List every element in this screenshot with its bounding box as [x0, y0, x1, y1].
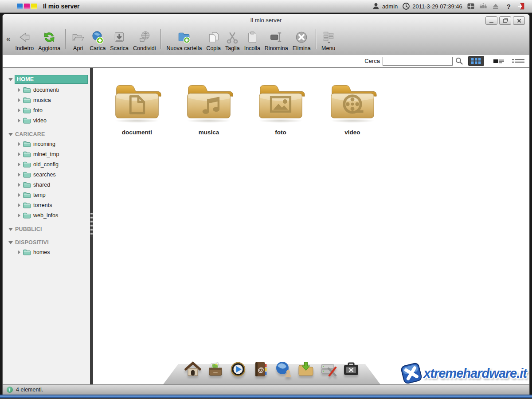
delete-icon [294, 30, 309, 44]
sidebar-item-home[interactable]: HOME [3, 74, 90, 85]
sidebar-item-foto[interactable]: foto [16, 105, 90, 115]
photos-icon[interactable] [207, 360, 224, 378]
folder-icon [23, 107, 31, 113]
datetime: 2011-3-29 07:39:46 [412, 3, 462, 10]
chevron-down-icon[interactable] [8, 133, 13, 136]
paste-button[interactable]: Incolla [242, 30, 262, 51]
sidebar-item-documenti[interactable]: documenti [16, 85, 90, 95]
folder-icon [23, 192, 31, 198]
chevron-right-icon[interactable] [18, 213, 20, 218]
logout-icon[interactable] [518, 2, 526, 10]
cut-button[interactable]: Taglia [223, 30, 242, 51]
sidebar-item-web-infos[interactable]: web_infos [16, 210, 90, 220]
refresh-icon [42, 30, 56, 44]
chevron-right-icon[interactable] [18, 193, 20, 197]
folder-reflection [115, 119, 159, 123]
thumbnail-view-icon [470, 57, 482, 65]
sidebar-item-homes[interactable]: homes [16, 247, 90, 257]
share-icon [137, 30, 152, 44]
open-button[interactable]: Apri [69, 30, 87, 51]
sidebar-item-old-config[interactable]: old_config [16, 159, 90, 169]
desktop-bottom-edge [0, 395, 532, 399]
logo-square-magenta [24, 4, 30, 9]
detail-view-button[interactable] [512, 58, 525, 64]
folder-tile-video[interactable]: video [317, 79, 388, 136]
sidebar-item-searches[interactable]: searches [16, 169, 90, 180]
watermark: xtremehardware.it [401, 363, 527, 383]
chevron-right-icon[interactable] [18, 88, 20, 92]
folder-tile-foto[interactable]: foto [245, 79, 317, 136]
chevron-right-icon[interactable] [18, 98, 20, 102]
chevron-right-icon[interactable] [18, 203, 20, 207]
sidebar-item-video[interactable]: video [16, 115, 90, 125]
share-button[interactable]: Condividi [131, 30, 158, 51]
sidebar-item-incoming[interactable]: incoming [16, 139, 90, 149]
new-folder-button[interactable]: Nuova cartella [164, 30, 204, 51]
collapse-toolbar-icon[interactable]: « [4, 35, 13, 43]
upload-button[interactable]: Carica [87, 30, 108, 51]
chevron-right-icon[interactable] [18, 162, 20, 167]
chevron-down-icon[interactable] [8, 228, 13, 231]
sidebar-splitter[interactable] [90, 68, 93, 384]
sidebar-item-shared[interactable]: shared [16, 180, 90, 190]
toolbox-icon[interactable] [342, 360, 360, 378]
sidebar-item-pubblici[interactable]: PUBBLICI [3, 225, 90, 234]
help-icon[interactable]: ? [504, 3, 513, 10]
tree-section-pubblici: PUBBLICI [3, 225, 90, 234]
chevron-right-icon[interactable] [18, 183, 20, 187]
thumbnail-view-button[interactable] [468, 56, 484, 66]
splitter-grip-icon[interactable] [90, 213, 93, 236]
search-icon[interactable] [455, 57, 463, 65]
refresh-button[interactable]: Aggiorna [36, 30, 63, 51]
menu-button[interactable]: Menu [319, 30, 338, 51]
paste-icon [245, 30, 259, 44]
list-view-button[interactable] [493, 58, 505, 64]
chevron-right-icon[interactable] [18, 142, 20, 146]
open-folder-icon [71, 30, 85, 44]
sidebar-item-mlnet-tmp[interactable]: mlnet_tmp [16, 149, 90, 159]
folder-tile-musica[interactable]: musica [173, 79, 245, 136]
back-button[interactable]: Indietro [13, 30, 36, 51]
media-player-icon[interactable] [229, 360, 247, 378]
window-titlebar[interactable]: Il mio server [3, 14, 529, 26]
upload-icon [90, 30, 105, 44]
downloads-icon[interactable] [297, 360, 315, 378]
window-manager-icon[interactable] [467, 2, 475, 10]
eject-icon[interactable] [492, 2, 500, 10]
logo-square-blue [17, 4, 23, 9]
chevron-right-icon[interactable] [18, 250, 20, 254]
address-book-icon[interactable]: @ [252, 360, 270, 378]
delete-button[interactable]: Elimina [290, 30, 313, 51]
sidebar-item-caricare[interactable]: CARICARE [3, 130, 90, 139]
rename-button[interactable]: Rinomina [262, 30, 290, 51]
screen: Il mio server admin 2011-3-29 07:39:46 [0, 0, 532, 399]
web-users-icon[interactable] [274, 360, 292, 378]
sidebar-item-dispositivi[interactable]: DISPOSITIVI [3, 238, 90, 247]
file-manager-window: Il mio server « [2, 14, 530, 395]
copy-button[interactable]: Copia [204, 30, 223, 51]
disk-utility-icon[interactable] [320, 360, 337, 378]
search-input[interactable] [383, 57, 453, 66]
close-button[interactable] [513, 16, 525, 25]
menu-icon [321, 30, 336, 44]
chevron-right-icon[interactable] [18, 172, 20, 177]
chevron-down-icon[interactable] [8, 78, 13, 81]
folder-icon [23, 86, 31, 93]
chevron-right-icon[interactable] [18, 108, 20, 113]
folder-tile-documenti[interactable]: documenti [101, 79, 173, 136]
system-monitor-icon[interactable] [479, 2, 487, 10]
chevron-right-icon[interactable] [18, 152, 20, 156]
sidebar-item-torrents[interactable]: torrents [16, 200, 90, 210]
download-button[interactable]: Scarica [108, 30, 131, 51]
sidebar-item-musica[interactable]: musica [16, 95, 90, 105]
sidebar-item-temp[interactable]: temp [16, 190, 90, 200]
home-icon[interactable] [184, 360, 202, 378]
chevron-down-icon[interactable] [8, 241, 13, 244]
minimize-button[interactable] [485, 16, 497, 25]
application-dock: @ [163, 358, 380, 384]
status-bar: i 4 elementi. [3, 384, 529, 395]
file-view[interactable]: documenti musica foto [93, 68, 529, 384]
user-menu[interactable]: admin [372, 2, 398, 10]
restore-button[interactable] [499, 16, 511, 25]
chevron-right-icon[interactable] [18, 118, 20, 123]
